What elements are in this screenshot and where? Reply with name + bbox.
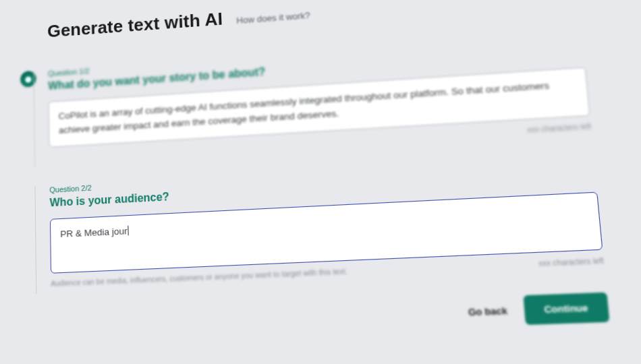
vertical-rule	[34, 187, 36, 294]
question-2-char-hint: xxx characters left	[538, 256, 604, 268]
audience-input-value: PR & Media jour	[60, 226, 128, 239]
continue-button[interactable]: Continue	[523, 293, 610, 325]
question-2-block: Question 2/2 Who is your audience? PR & …	[49, 151, 641, 288]
vertical-rule	[34, 71, 36, 168]
how-does-it-work-link[interactable]: How does it work?	[236, 10, 310, 26]
text-cursor-icon	[128, 226, 129, 236]
go-back-button[interactable]: Go back	[468, 305, 507, 318]
page-stage: Generate text with AI How does it work? …	[47, 0, 641, 341]
footer-actions: Go back Continue	[51, 293, 610, 342]
question-1-block: Question 1/2 What do you want your story…	[48, 26, 641, 161]
page-title: Generate text with AI	[47, 9, 223, 42]
